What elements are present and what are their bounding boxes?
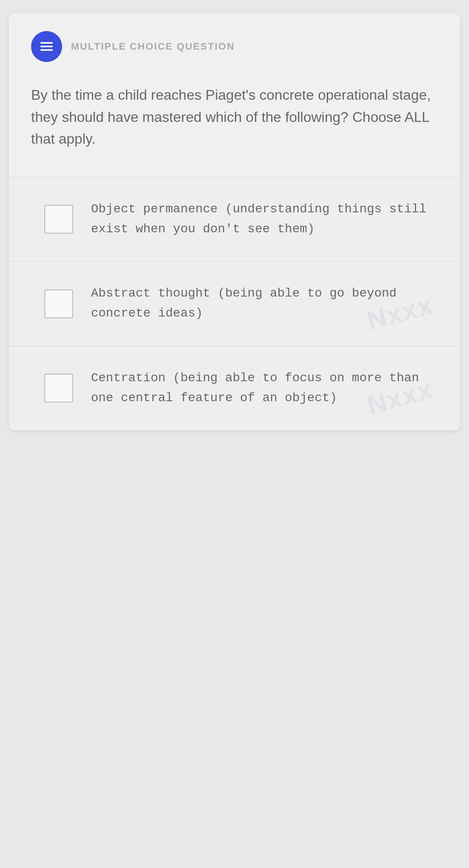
option-row-1: Object permanence (understanding things … <box>9 177 460 262</box>
svg-rect-0 <box>40 42 53 44</box>
question-card: MULTIPLE CHOICE QUESTION By the time a c… <box>9 13 460 430</box>
question-type-label: MULTIPLE CHOICE QUESTION <box>71 41 235 52</box>
question-type-icon <box>31 31 62 62</box>
option-row-2: Abstract thought (being able to go beyon… <box>9 261 460 346</box>
options-list: Object permanence (understanding things … <box>9 177 460 430</box>
checkbox-3[interactable] <box>44 374 73 403</box>
option-row-3: Centration (being able to focus on more … <box>9 346 460 430</box>
option-text-2: Abstract thought (being able to go beyon… <box>91 284 438 324</box>
question-header: MULTIPLE CHOICE QUESTION <box>9 13 460 75</box>
question-text: By the time a child reaches Piaget's con… <box>9 75 460 177</box>
option-text-1: Object permanence (understanding things … <box>91 199 438 239</box>
page-container: MULTIPLE CHOICE QUESTION By the time a c… <box>0 0 469 868</box>
list-icon <box>38 38 55 55</box>
checkbox-2[interactable] <box>44 289 73 318</box>
svg-rect-1 <box>40 46 53 47</box>
svg-rect-2 <box>40 49 53 51</box>
checkbox-1[interactable] <box>44 205 73 234</box>
option-text-3: Centration (being able to focus on more … <box>91 368 438 408</box>
